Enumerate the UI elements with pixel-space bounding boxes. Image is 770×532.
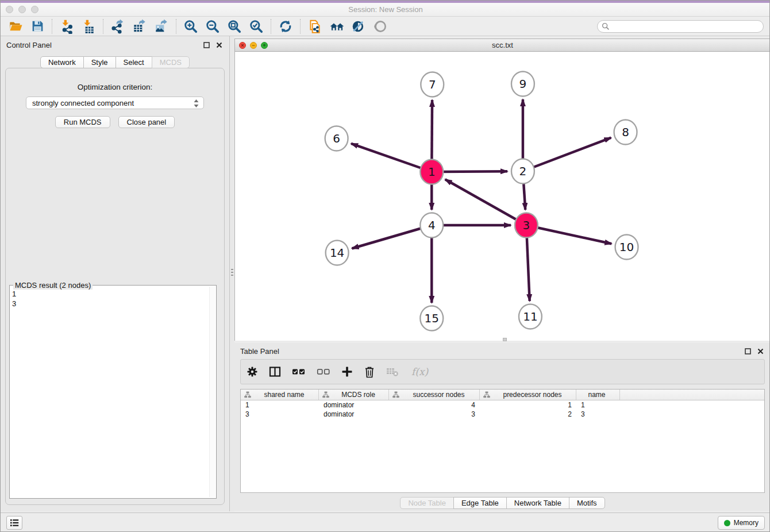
search-icon [602,22,610,30]
graph-node-10[interactable]: 10 [615,235,638,260]
delete-column-button[interactable] [364,366,375,378]
import-network-button[interactable] [57,18,76,35]
search-input[interactable] [597,20,764,33]
clone-network-button[interactable] [306,18,324,35]
table-body: 1dominator4113dominator323 [241,400,764,419]
column-header-shared-name[interactable]: shared name [241,390,319,400]
export-table-button[interactable] [130,18,149,35]
delete-table-button[interactable] [386,367,399,377]
graph-node-3[interactable]: 3 [515,213,538,238]
clone-network-icon [307,19,322,34]
column-header-predecessor-nodes[interactable]: predecessor nodes [480,390,576,400]
export-network-button[interactable] [109,18,127,35]
select-all-button[interactable] [292,367,306,376]
table-header-row: shared nameMCDS rolesuccessor nodesprede… [241,390,764,400]
graph-node-4[interactable]: 4 [420,213,443,238]
table-row[interactable]: 1dominator411 [241,400,764,410]
table-settings-button[interactable] [247,366,258,377]
export-table-icon [132,19,147,34]
criterion-dropdown[interactable]: strongly connected component [26,97,204,109]
mcds-result-text[interactable]: 1 3 [12,289,207,496]
table-tab-node-table[interactable]: Node Table [400,497,454,509]
edge-2-8[interactable] [523,138,611,171]
edge-3-10[interactable] [526,225,611,244]
graph-node-14[interactable]: 14 [326,241,349,265]
float-panel-button[interactable] [202,40,211,49]
graph-node-9[interactable]: 9 [511,72,534,97]
graph-node-2[interactable]: 2 [511,159,534,184]
node-label: 3 [523,218,530,232]
node-label: 9 [519,77,527,91]
table-cell: 1 [241,401,319,409]
level-of-detail-icon [373,19,388,34]
zoom-out-button[interactable] [203,18,222,35]
table-tabs: Node TableEdge TableNetwork TableMotifs [234,497,770,509]
edge-4-14[interactable] [352,225,432,249]
float-table-panel-button[interactable] [743,346,752,356]
result-scrollbar[interactable] [209,287,215,497]
node-label: 15 [425,311,439,325]
deselect-all-button[interactable] [317,367,330,376]
control-panel-tabs: NetworkStyleSelectMCDS [1,56,229,68]
open-folder-icon [8,19,23,34]
run-mcds-button[interactable]: Run MCDS [55,116,110,128]
edge-3-1[interactable] [445,179,526,225]
open-session-button[interactable] [6,18,25,35]
node-label: 10 [619,240,634,254]
fx-icon: f(x) [410,365,430,379]
split-panel-button[interactable] [269,366,281,377]
checked-boxes-icon [292,367,306,376]
apply-layout-button[interactable] [276,18,295,35]
function-builder-button[interactable]: f(x) [410,365,430,379]
splitter-handle[interactable] [231,269,233,277]
export-image-button[interactable] [152,18,171,35]
tab-mcds[interactable]: MCDS [152,56,190,68]
table-tab-motifs[interactable]: Motifs [569,497,605,509]
edge-1-6[interactable] [351,144,432,172]
network-resize-handle[interactable] [503,338,507,341]
graph-node-7[interactable]: 7 [421,72,444,97]
houses-icon [329,18,345,34]
show-graphics-details-button[interactable] [349,18,368,35]
graph-node-8[interactable]: 8 [614,120,637,145]
control-panel-header: Control Panel [1,36,229,53]
column-header-successor-nodes[interactable]: successor nodes [389,390,480,400]
graph-node-1[interactable]: 1 [420,160,443,184]
tab-style[interactable]: Style [83,56,116,68]
memory-button[interactable]: Memory [718,516,765,530]
node-label: 11 [523,310,537,323]
close-panel-button-bottom[interactable]: Close panel [118,116,175,128]
table-tab-network-table[interactable]: Network Table [506,497,569,509]
zoom-selected-button[interactable] [247,18,265,35]
task-history-button[interactable] [6,516,22,530]
add-column-button[interactable] [341,366,353,377]
import-table-button[interactable] [79,18,98,35]
vertical-splitter[interactable] [230,36,234,511]
tab-network[interactable]: Network [40,56,84,68]
network-graph[interactable]: 7968124314101511 [235,52,770,341]
search-field [597,20,764,33]
column-header-MCDS-role[interactable]: MCDS role [319,390,389,400]
graph-node-15[interactable]: 15 [420,306,443,331]
zoom-in-button[interactable] [182,18,200,35]
trash-icon [364,366,375,378]
column-header-name[interactable]: name [576,390,620,400]
level-of-detail-button[interactable] [371,18,390,35]
graph-node-6[interactable]: 6 [325,126,348,151]
table-tab-edge-table[interactable]: Edge Table [453,497,507,509]
network-canvas[interactable]: 7968124314101511 [235,52,770,341]
attribute-tree-icon [392,391,399,398]
close-panel-button[interactable] [214,40,224,49]
zoom-fit-button[interactable] [225,18,244,35]
graph-node-11[interactable]: 11 [519,304,542,329]
save-session-button[interactable] [28,18,47,35]
tab-select[interactable]: Select [116,56,152,68]
window-title: Session: New Session [1,5,770,14]
close-table-panel-button[interactable] [756,346,765,356]
save-floppy-icon [30,19,45,33]
table-row[interactable]: 3dominator323 [241,410,764,419]
mcds-result-box: MCDS result (2 nodes) 1 3 [9,285,217,499]
unchecked-boxes-icon [317,367,330,376]
show-all-networks-button[interactable] [328,18,346,35]
optimization-criterion-label: Optimization criterion: [6,83,224,91]
